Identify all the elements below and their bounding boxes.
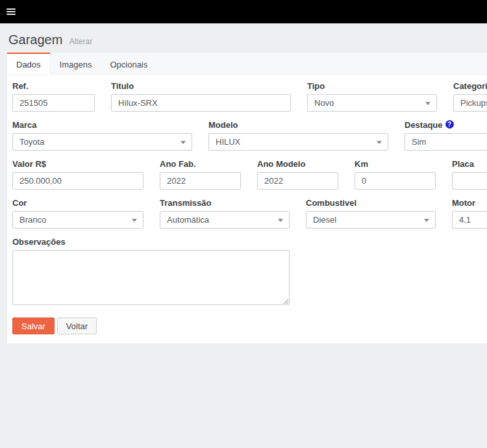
destaque-label: Destaque?	[405, 120, 487, 130]
placa-input[interactable]	[452, 172, 487, 190]
km-input[interactable]	[355, 172, 436, 190]
cor-select-caret-icon: Branco	[12, 211, 144, 229]
form-row-1: Ref. Titulo Tipo Novo Categoria	[12, 81, 487, 112]
form-body: Ref. Titulo Tipo Novo Categoria	[7, 75, 487, 343]
valor-input[interactable]	[12, 172, 144, 190]
form-row-3: Valor R$ Ano Fab. Ano Modelo Km Placa	[12, 159, 487, 190]
marca-label: Marca	[12, 120, 192, 130]
categoria-select[interactable]: Pickups	[453, 94, 487, 112]
cor-select[interactable]: Branco	[12, 211, 144, 229]
titulo-input[interactable]	[111, 94, 291, 112]
marca-select[interactable]: Toyota	[12, 133, 192, 151]
combustivel-select[interactable]: Diesel	[306, 211, 436, 229]
top-navbar	[0, 0, 487, 23]
save-button[interactable]: Salvar	[12, 317, 55, 334]
motor-label: Motor	[452, 198, 487, 208]
combustivel-label: Combustivel	[306, 198, 436, 208]
titulo-label: Titulo	[111, 81, 291, 91]
km-label: Km	[355, 159, 436, 169]
form-actions: Salvar Voltar	[12, 317, 487, 338]
tab-bar: Dados Imagens Opcionais	[7, 53, 487, 75]
garage-form-card: Dados Imagens Opcionais Ref. Titulo Tipo…	[6, 53, 487, 344]
page-header: Garagem Alterar	[0, 23, 487, 53]
categoria-select-caret-icon: Pickups	[453, 94, 487, 112]
hamburger-menu-icon[interactable]	[6, 7, 16, 16]
form-row-2: Marca Toyota Modelo HILUX Destaque?	[12, 120, 487, 151]
modelo-select[interactable]: HILUX	[208, 133, 388, 151]
placa-label: Placa	[452, 159, 487, 169]
transmissao-label: Transmissão	[160, 198, 290, 208]
tipo-label: Tipo	[307, 81, 437, 91]
ano-modelo-input[interactable]	[257, 172, 338, 190]
categoria-label: Categoria	[453, 81, 487, 91]
transmissao-select[interactable]: Automática	[160, 211, 290, 229]
observacoes-label: Observações	[12, 237, 290, 247]
help-icon[interactable]: ?	[445, 120, 454, 129]
destaque-select[interactable]: Sim	[405, 133, 487, 151]
destaque-select-caret-icon: Sim	[405, 133, 487, 151]
tab-dados[interactable]: Dados	[7, 53, 51, 74]
tipo-select-caret-icon: Novo	[307, 94, 437, 112]
ano-fab-input[interactable]	[160, 172, 241, 190]
ano-fab-label: Ano Fab.	[160, 159, 241, 169]
valor-label: Valor R$	[12, 159, 144, 169]
ref-input[interactable]	[12, 94, 95, 112]
transmissao-select-caret-icon: Automática	[160, 211, 290, 229]
cor-label: Cor	[12, 198, 144, 208]
modelo-label: Modelo	[208, 120, 388, 130]
marca-select-caret-icon: Toyota	[12, 133, 192, 151]
modelo-select-caret-icon: HILUX	[208, 133, 388, 151]
tab-imagens[interactable]: Imagens	[51, 53, 101, 74]
tipo-select[interactable]: Novo	[307, 94, 437, 112]
observacoes-textarea[interactable]	[12, 250, 290, 305]
page-title: Garagem	[8, 32, 62, 47]
tab-opcionais[interactable]: Opcionais	[101, 53, 156, 74]
form-row-4: Cor Branco Transmissão Automática Combus…	[12, 198, 487, 229]
motor-input[interactable]	[452, 211, 487, 229]
combustivel-select-caret-icon: Diesel	[306, 211, 436, 229]
ref-label: Ref.	[12, 81, 95, 91]
page-subtitle: Alterar	[69, 37, 92, 46]
back-button[interactable]: Voltar	[57, 317, 97, 334]
ano-modelo-label: Ano Modelo	[257, 159, 338, 169]
form-row-5: Observações	[12, 237, 487, 308]
